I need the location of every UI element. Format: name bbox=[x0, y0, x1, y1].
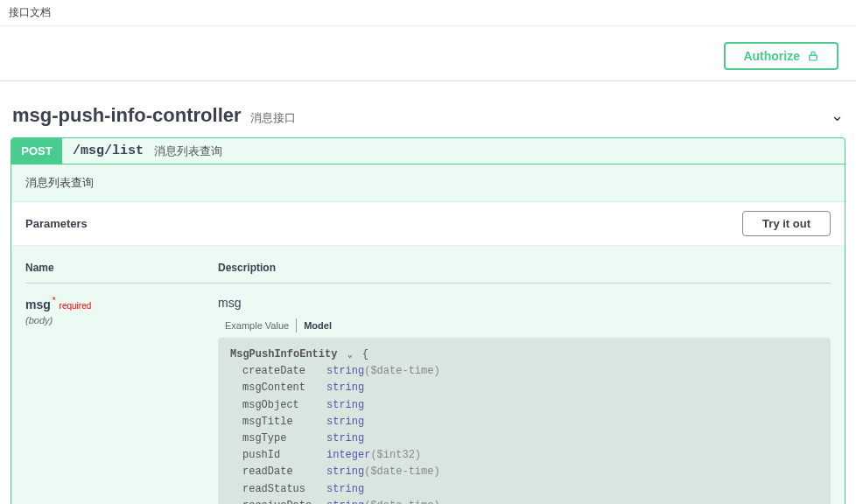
required-star: * bbox=[53, 296, 56, 305]
param-desc: msg bbox=[218, 296, 831, 310]
prop-format: ($date-time) bbox=[364, 498, 439, 504]
prop-name: pushId bbox=[230, 447, 326, 464]
try-it-out-button[interactable]: Try it out bbox=[742, 211, 831, 236]
model-property: pushIdinteger($int32) bbox=[230, 447, 818, 464]
operation-summary-text: 消息列表查询 bbox=[154, 144, 222, 159]
prop-format: ($int32) bbox=[370, 447, 421, 464]
prop-name: readStatus bbox=[230, 481, 326, 498]
schema-tabs: Example Value Model bbox=[218, 318, 831, 332]
authorize-button[interactable]: Authorize bbox=[724, 42, 838, 70]
prop-type: integer bbox=[326, 447, 370, 464]
controller-name: msg-push-info-controller bbox=[12, 104, 242, 127]
model-property: msgTitlestring bbox=[230, 414, 818, 430]
model-title: MsgPushInfoEntity bbox=[230, 348, 337, 360]
brace-open: { bbox=[362, 348, 368, 360]
model-property: receiveDatestring($date-time) bbox=[230, 498, 818, 504]
model-property: msgObjectstring bbox=[230, 397, 818, 414]
param-in: (body) bbox=[25, 315, 218, 326]
operation-path: /msg/list bbox=[62, 144, 154, 158]
tab-example-value[interactable]: Example Value bbox=[218, 318, 296, 332]
required-text: required bbox=[60, 301, 92, 311]
prop-name: msgType bbox=[230, 430, 326, 447]
top-bar-label: 接口文档 bbox=[9, 6, 51, 18]
parameters-table: Name Description msg* required (body) ms… bbox=[11, 246, 845, 504]
prop-name: msgObject bbox=[230, 397, 326, 414]
controller-header[interactable]: msg-push-info-controller 消息接口 ⌄ bbox=[9, 99, 847, 137]
prop-type: string bbox=[326, 498, 364, 504]
authorize-bar: Authorize bbox=[0, 26, 856, 81]
param-header-name: Name bbox=[25, 262, 218, 274]
prop-name: readDate bbox=[230, 464, 326, 480]
svg-rect-0 bbox=[810, 55, 817, 60]
top-bar: 接口文档 bbox=[0, 0, 856, 26]
method-badge: POST bbox=[11, 138, 62, 164]
prop-name: msgContent bbox=[230, 380, 326, 396]
parameters-title: Parameters bbox=[25, 217, 88, 230]
controller-section: msg-push-info-controller 消息接口 ⌄ POST /ms… bbox=[0, 81, 856, 504]
model-box: MsgPushInfoEntity ⌄ { createDatestring($… bbox=[218, 338, 831, 504]
prop-type: string bbox=[326, 397, 364, 414]
tab-model[interactable]: Model bbox=[296, 318, 339, 332]
operation-description: 消息列表查询 bbox=[11, 164, 845, 202]
operation-block: POST /msg/list 消息列表查询 消息列表查询 Parameters … bbox=[11, 137, 845, 504]
prop-name: createDate bbox=[230, 363, 326, 380]
prop-type: string bbox=[326, 430, 364, 447]
model-property: msgContentstring bbox=[230, 380, 818, 396]
chevron-down-icon[interactable]: ⌄ bbox=[347, 348, 353, 362]
param-header-desc: Description bbox=[218, 262, 831, 274]
prop-type: string bbox=[326, 481, 364, 498]
param-name: msg bbox=[25, 298, 51, 312]
chevron-down-icon: ⌄ bbox=[831, 106, 844, 125]
controller-desc: 消息接口 bbox=[250, 110, 296, 126]
operation-summary[interactable]: POST /msg/list 消息列表查询 bbox=[11, 138, 845, 164]
prop-name: msgTitle bbox=[230, 414, 326, 430]
model-property: readDatestring($date-time) bbox=[230, 464, 818, 480]
prop-name: receiveDate bbox=[230, 498, 326, 504]
prop-type: string bbox=[326, 464, 364, 480]
model-properties: createDatestring($date-time)msgContentst… bbox=[230, 363, 818, 504]
lock-icon bbox=[807, 50, 819, 62]
param-row: msg* required (body) msg Example Value M… bbox=[25, 284, 831, 504]
prop-format: ($date-time) bbox=[364, 464, 439, 480]
prop-type: string bbox=[326, 414, 364, 430]
parameters-bar: Parameters Try it out bbox=[11, 202, 845, 246]
param-header-row: Name Description bbox=[25, 253, 831, 284]
prop-type: string bbox=[326, 380, 364, 396]
model-property: readStatusstring bbox=[230, 481, 818, 498]
authorize-label: Authorize bbox=[743, 49, 800, 63]
model-property: createDatestring($date-time) bbox=[230, 363, 818, 380]
model-property: msgTypestring bbox=[230, 430, 818, 447]
prop-type: string bbox=[326, 363, 364, 380]
prop-format: ($date-time) bbox=[364, 363, 439, 380]
